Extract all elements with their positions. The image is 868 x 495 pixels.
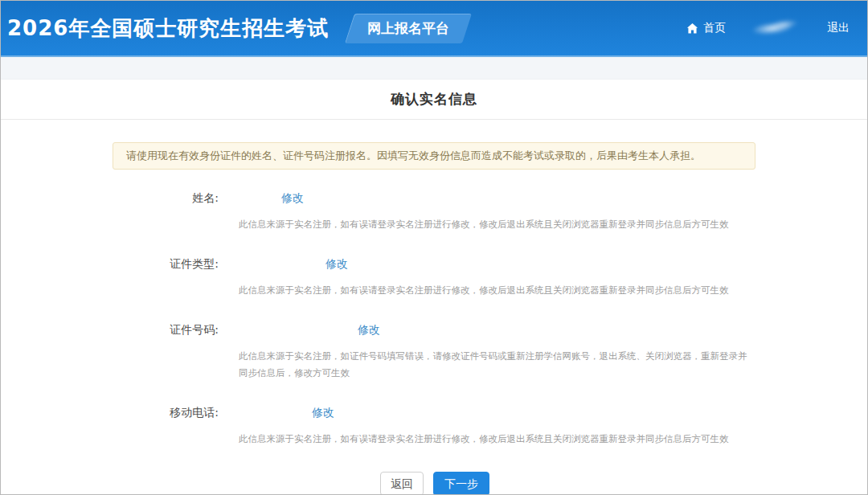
username-redacted xyxy=(749,16,800,40)
field-row-id-number: 证件号码: 修改 此信息来源于实名注册，如证件号码填写错误，请修改证件号码或重新… xyxy=(113,323,755,382)
next-button[interactable]: 下一步 xyxy=(433,472,489,495)
header-left: 2026年全国硕士研究生招生考试 网上报名平台 xyxy=(7,14,467,43)
id-type-value-redacted xyxy=(219,258,326,271)
home-icon xyxy=(686,22,698,35)
name-note: 此信息来源于实名注册，如有误请登录实名注册进行修改，修改后退出系统且关闭浏览器重… xyxy=(239,216,755,233)
field-row-mobile: 移动电话: 修改 此信息来源于实名注册，如有误请登录实名注册进行修改，修改后退出… xyxy=(113,406,755,448)
header-nav: 首页 退出 xyxy=(686,18,850,38)
notice-banner: 请使用现在有效身份证件的姓名、证件号码注册报名。因填写无效身份信息而造成不能考试… xyxy=(113,142,755,170)
name-value-redacted xyxy=(219,192,281,205)
app-title: 2026年全国硕士研究生招生考试 xyxy=(7,14,329,43)
platform-badge: 网上报名平台 xyxy=(345,14,472,43)
nav-logout-link[interactable]: 退出 xyxy=(827,21,850,35)
id-number-value-redacted xyxy=(219,324,358,337)
nav-home-label: 首页 xyxy=(703,21,726,35)
mobile-value-redacted xyxy=(219,407,312,419)
modify-id-type-link[interactable]: 修改 xyxy=(326,257,348,272)
mobile-note: 此信息来源于实名注册，如有误请登录实名注册进行修改，修改后退出系统且关闭浏览器重… xyxy=(239,431,755,448)
mobile-label: 移动电话: xyxy=(113,406,219,420)
id-number-note: 此信息来源于实名注册，如证件号码填写错误，请修改证件号码或重新注册学信网账号，退… xyxy=(239,348,755,382)
page-frame: 2026年全国硕士研究生招生考试 网上报名平台 首页 退出 确认实名信息 请使用… xyxy=(0,0,868,495)
platform-badge-label: 网上报名平台 xyxy=(367,19,449,38)
field-row-name: 姓名: 修改 此信息来源于实名注册，如有误请登录实名注册进行修改，修改后退出系统… xyxy=(113,191,755,233)
modify-id-number-link[interactable]: 修改 xyxy=(358,323,380,338)
field-row-id-type: 证件类型: 修改 此信息来源于实名注册，如有误请登录实名注册进行修改，修改后退出… xyxy=(113,257,755,299)
id-type-note: 此信息来源于实名注册，如有误请登录实名注册进行修改，修改后退出系统且关闭浏览器重… xyxy=(239,282,755,299)
field-line: 证件类型: 修改 xyxy=(113,257,755,272)
page-title: 确认实名信息 xyxy=(391,90,477,108)
main-content: 请使用现在有效身份证件的姓名、证件号码注册报名。因填写无效身份信息而造成不能考试… xyxy=(113,120,755,495)
field-line: 证件号码: 修改 xyxy=(113,323,755,338)
field-line: 移动电话: 修改 xyxy=(113,406,755,420)
action-bar: 返回 下一步 xyxy=(113,472,755,495)
name-label: 姓名: xyxy=(113,191,219,206)
modify-mobile-link[interactable]: 修改 xyxy=(312,406,334,420)
subheader-strip xyxy=(1,57,867,80)
notice-text: 请使用现在有效身份证件的姓名、证件号码注册报名。因填写无效身份信息而造成不能考试… xyxy=(126,149,701,162)
nav-home-link[interactable]: 首页 xyxy=(686,21,726,35)
back-button[interactable]: 返回 xyxy=(380,472,424,495)
app-header: 2026年全国硕士研究生招生考试 网上报名平台 首页 退出 xyxy=(1,1,867,57)
modify-name-link[interactable]: 修改 xyxy=(281,191,304,206)
id-number-label: 证件号码: xyxy=(113,323,219,338)
title-bar: 确认实名信息 xyxy=(1,80,867,120)
field-line: 姓名: 修改 xyxy=(113,191,755,206)
id-type-label: 证件类型: xyxy=(113,257,219,272)
